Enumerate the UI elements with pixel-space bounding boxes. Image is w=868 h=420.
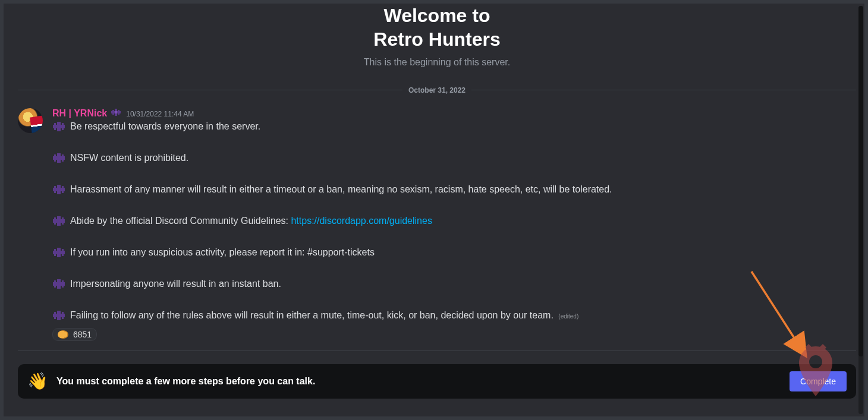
invader-icon [52, 277, 65, 290]
welcome-block: Welcome to Retro Hunters This is the beg… [18, 4, 856, 68]
reaction-pill[interactable]: 6851 [52, 328, 97, 341]
rule-line: Harassment of any manner will result in … [52, 183, 856, 196]
rule-text: Be respectful towards everyone in the se… [70, 120, 260, 133]
app-frame: Welcome to Retro Hunters This is the beg… [4, 4, 864, 416]
rule-line: Be respectful towards everyone in the se… [52, 120, 856, 133]
rule-text: Harassment of any manner will result in … [70, 183, 612, 196]
invader-icon [52, 214, 65, 228]
message-timestamp: 10/31/2022 11:44 AM [126, 110, 194, 118]
server-tag-icon [111, 108, 121, 116]
rule-line: Impersonating anyone will result in an i… [52, 277, 856, 290]
welcome-title-line-1: Welcome to [18, 4, 856, 27]
rule-text: Abide by the official Discord Community … [70, 214, 432, 228]
rule-text: Failing to follow any of the rules above… [70, 309, 578, 323]
date-divider: October 31, 2022 [18, 84, 856, 95]
rule-text-prefix: Abide by the official Discord Community … [70, 216, 291, 226]
welcome-title-line-2: Retro Hunters [18, 27, 856, 51]
reaction-count: 6851 [73, 330, 92, 339]
invader-icon [52, 309, 65, 322]
rule-line: Abide by the official Discord Community … [52, 214, 856, 228]
welcome-subtitle: This is the beginning of this server. [18, 57, 856, 68]
rule-text: Impersonating anyone will result in an i… [70, 277, 281, 290]
rule-line: If you run into any suspicious activity,… [52, 246, 856, 259]
message-body: RH | YRNick 10/31/2022 11:44 AM Be respe… [52, 108, 856, 341]
invader-icon [52, 183, 65, 196]
channel-scroll-area: Welcome to Retro Hunters This is the beg… [18, 4, 856, 351]
svg-rect-0 [115, 111, 117, 113]
guidelines-link[interactable]: https://discordapp.com/guidelines [291, 216, 432, 226]
invader-icon [52, 120, 65, 133]
wave-icon: 👋 [27, 373, 48, 390]
avatar[interactable] [18, 108, 43, 133]
date-divider-label: October 31, 2022 [402, 86, 471, 94]
handshake-icon [58, 330, 68, 339]
message-header: RH | YRNick 10/31/2022 11:44 AM [52, 108, 856, 119]
rule-line: NSFW content is prohibited. [52, 151, 856, 165]
rule-line: Failing to follow any of the rules above… [52, 309, 856, 323]
scrollbar-thumb[interactable] [858, 6, 863, 356]
membership-gate-text: You must complete a few more steps befor… [56, 376, 781, 387]
username[interactable]: RH | YRNick [52, 108, 107, 119]
rule-text: NSFW content is prohibited. [70, 151, 188, 165]
rule-text-main: Failing to follow any of the rules above… [70, 310, 553, 320]
edited-marker: (edited) [558, 313, 578, 320]
invader-icon [52, 151, 65, 165]
invader-icon [52, 246, 65, 259]
rule-text: If you run into any suspicious activity,… [70, 246, 375, 259]
membership-gate-bar: 👋 You must complete a few more steps bef… [18, 364, 856, 399]
complete-button[interactable]: Complete [790, 371, 847, 391]
message: RH | YRNick 10/31/2022 11:44 AM Be respe… [18, 108, 856, 341]
